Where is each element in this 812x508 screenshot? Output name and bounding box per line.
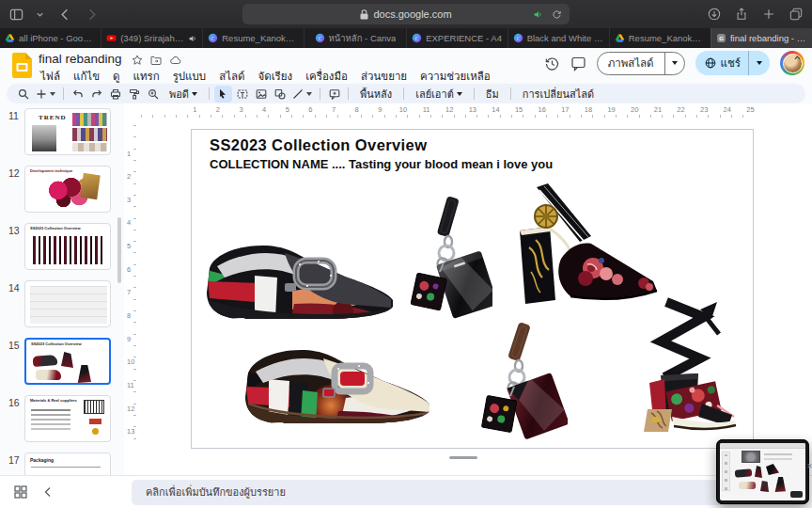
browser-tab[interactable]: CEXPERIENCE - A4 [406,28,508,48]
grid-view-icon[interactable] [14,485,27,499]
ruler-number: 6 [308,105,312,114]
illustration-sandal-ankle-tie[interactable] [612,296,739,434]
insert-image-tool[interactable] [252,86,270,103]
menu-item[interactable]: จัดเรียง [251,67,299,86]
url-text: docs.google.com [373,8,451,20]
document-title[interactable]: final rebanding [39,52,122,66]
slide-thumbnail-17[interactable]: Packaging [24,452,111,475]
pip-close-icon[interactable]: ✕ [806,462,812,470]
slide-thumbnail-11[interactable]: TREND [24,108,111,155]
ruler-number: 13 [127,427,134,436]
filmstrip-scrollbar[interactable] [117,217,121,283]
share-dropdown[interactable] [748,51,770,75]
speaker-notes[interactable]: คลิกเพื่อเพิ่มบันทึกของผู้บรรยาย [132,480,806,505]
ruler-tick [557,115,558,118]
insert-comment-tool[interactable] [325,86,343,103]
move-folder-icon[interactable] [150,55,162,66]
comments-icon[interactable] [570,56,586,71]
download-icon[interactable] [708,8,721,21]
address-bar[interactable]: docs.google.com [242,4,570,24]
layout-button[interactable]: เลย์เอาต์ [409,86,469,103]
illustration-loafer-cream[interactable] [241,338,438,437]
ruler-number: 2 [216,105,220,114]
ruler-tick [361,115,362,118]
cloud-saved-icon[interactable] [170,55,181,66]
menu-item[interactable]: รูปแบบ [166,67,213,86]
tab-overview-icon[interactable] [789,8,803,21]
slide-thumbnail-15[interactable]: SS2023 Collection Overview [24,338,111,385]
slideshow-dropdown[interactable] [664,53,684,74]
slide-thumbnail-14[interactable] [24,280,111,327]
slide-thumbnail-13[interactable]: SS2023 Collection Overview [24,223,111,270]
ruler-tick [133,264,136,265]
print-icon[interactable] [106,86,124,103]
audio-icon[interactable] [188,34,197,43]
browser-tab[interactable]: CBlack and White Mi... [508,28,609,48]
illustration-bag-charm-black[interactable] [406,195,492,326]
menu-item[interactable]: ความช่วยเหลือ [414,67,497,86]
collapse-toolbar-icon[interactable] [793,54,802,62]
tab-audio-indicator-icon[interactable] [533,9,543,20]
menu-item[interactable]: ดู [106,67,126,86]
menu-item[interactable]: แทรก [126,67,165,86]
browser-tab[interactable]: all iPhone - Google... [0,28,101,48]
zoom-icon[interactable] [144,86,162,103]
browser-tab[interactable]: Cหน้าหลัก - Canva [304,28,405,48]
slide-canvas[interactable]: SS2023 Collection Overview COLLECTION NA… [191,129,754,449]
star-icon[interactable] [132,55,143,66]
browser-tab[interactable]: Resume_Kanokwan... [609,28,710,48]
forward-icon[interactable] [85,8,99,22]
menu-item[interactable]: สไลด์ [212,67,251,86]
ruler-number: 17 [561,105,569,114]
zoom-fit-select[interactable]: พอดี [163,86,204,103]
new-tab-icon[interactable] [762,8,775,21]
menu-item[interactable]: แก้ไข [67,67,106,86]
background-button[interactable]: พื้นหลัง [353,86,398,103]
ruler-number: 16 [539,105,546,114]
illustration-loafer-dark[interactable] [202,234,401,330]
version-history-icon[interactable] [544,56,560,71]
back-icon[interactable] [58,8,72,22]
slide-number: 17 [8,454,20,466]
line-tool[interactable] [289,86,315,103]
menu-item[interactable]: ส่วนขยาย [354,67,414,86]
shape-tool[interactable] [271,86,289,103]
slide-thumbnail-12[interactable]: Development technique [24,166,111,213]
share-button[interactable]: แชร์ [695,51,770,75]
text-box-tool[interactable] [233,86,251,103]
slide-subtitle[interactable]: COLLECTION NAME .... Tasting your blood … [210,157,553,171]
ruler-tick [511,115,512,118]
sidebar-toggle-icon[interactable] [9,8,23,22]
ruler-number: 10 [399,105,407,114]
ruler-tick [245,115,246,118]
undo-icon[interactable] [69,86,86,103]
browser-tab[interactable]: (349) Srirajah Rock... [101,28,202,48]
select-tool[interactable] [214,86,232,103]
ruler-tick [546,115,547,118]
browser-tab[interactable]: Gfinal rebanding - Go... [710,28,812,48]
transition-button[interactable]: การเปลี่ยนสไลด์ [516,86,601,103]
share-icon[interactable] [735,8,748,21]
illustration-bag-charm-maroon[interactable] [476,321,568,445]
redo-icon[interactable] [87,86,105,103]
add-slide-button[interactable] [33,86,58,103]
ruler-number: 14 [492,105,499,114]
slideshow-button[interactable]: ภาพสไลด์ [597,52,685,75]
canva-icon: C [208,33,218,43]
slide-title[interactable]: SS2023 Collection Overview [210,136,427,154]
menu-item[interactable]: ไฟล์ [34,67,67,86]
reload-icon[interactable] [552,9,562,20]
search-menus-icon[interactable] [14,86,32,103]
collapse-filmstrip-icon[interactable] [43,486,53,498]
slides-toolbar: พอดี พื้นหลัง เลย์เอาต์ ธีม การเปลี่ยนสไ… [7,84,805,103]
paint-format-icon[interactable] [125,86,143,103]
illustration-heel-slingback[interactable] [512,182,663,306]
canvas-scrollbar[interactable] [449,456,477,459]
menu-item[interactable]: เครื่องมือ [299,67,354,86]
browser-tab[interactable]: CResume_Kanokpho... [202,28,304,48]
ruler-number: 21 [654,105,662,114]
pip-window[interactable]: ✕ [716,439,809,504]
slide-thumbnail-16[interactable]: Materials & Real suppliers [24,395,111,442]
theme-button[interactable]: ธีม [479,86,506,103]
sidebar-chevron-icon[interactable] [36,10,44,19]
